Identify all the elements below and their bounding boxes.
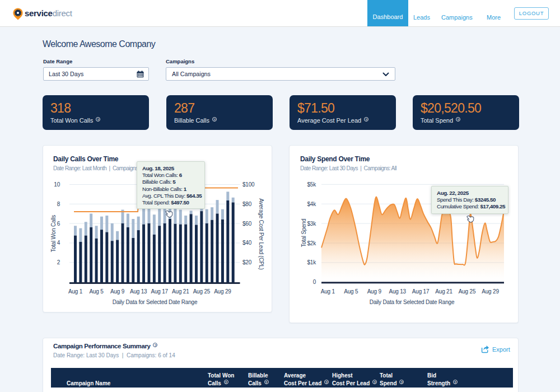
svg-text:Aug 1: Aug 1: [68, 288, 83, 295]
svg-text:Aug 17: Aug 17: [412, 288, 430, 295]
svg-text:6: 6: [57, 221, 60, 227]
svg-text:Aug 29: Aug 29: [482, 288, 499, 295]
svg-text:Aug 25: Aug 25: [459, 288, 476, 295]
svg-text:Average Cost Per Lead (CPL): Average Cost Per Lead (CPL): [258, 198, 264, 269]
svg-text:Aug 5: Aug 5: [344, 288, 358, 295]
svg-text:Aug 1: Aug 1: [321, 288, 335, 295]
svg-text:Aug 29: Aug 29: [214, 288, 231, 295]
svg-text:$1k: $1k: [307, 259, 316, 265]
svg-text:$100: $100: [242, 181, 255, 188]
svg-text:$2k: $2k: [307, 240, 316, 246]
svg-text:Aug 21: Aug 21: [435, 288, 452, 295]
svg-text:0: 0: [313, 279, 316, 285]
svg-text:4: 4: [57, 240, 60, 246]
svg-text:$40: $40: [242, 240, 252, 246]
svg-text:Daily Data for Selected Date R: Daily Data for Selected Date Range: [113, 299, 198, 305]
svg-text:$5k: $5k: [307, 181, 316, 188]
svg-text:Total Spend: Total Spend: [301, 219, 307, 248]
svg-text:Daily Data for Selected Date R: Daily Data for Selected Date Range: [370, 299, 455, 305]
svg-text:Aug 9: Aug 9: [367, 288, 382, 295]
svg-text:Aug 21: Aug 21: [172, 288, 189, 295]
svg-text:Aug 13: Aug 13: [130, 288, 147, 295]
svg-text:$20: $20: [242, 259, 252, 265]
svg-text:2: 2: [57, 259, 60, 265]
svg-text:Aug 13: Aug 13: [389, 288, 406, 295]
svg-text:$60: $60: [242, 221, 252, 227]
svg-text:Aug 17: Aug 17: [151, 288, 168, 295]
svg-text:10: 10: [54, 181, 60, 188]
svg-text:$4k: $4k: [307, 201, 316, 207]
svg-text:Aug 25: Aug 25: [193, 288, 211, 295]
svg-text:Aug 5: Aug 5: [90, 288, 104, 295]
svg-text:$80: $80: [242, 201, 252, 207]
svg-text:Total Won Calls: Total Won Calls: [50, 215, 57, 252]
svg-text:Aug 9: Aug 9: [110, 288, 125, 295]
svg-text:$3k: $3k: [307, 221, 316, 227]
svg-text:8: 8: [57, 201, 60, 207]
